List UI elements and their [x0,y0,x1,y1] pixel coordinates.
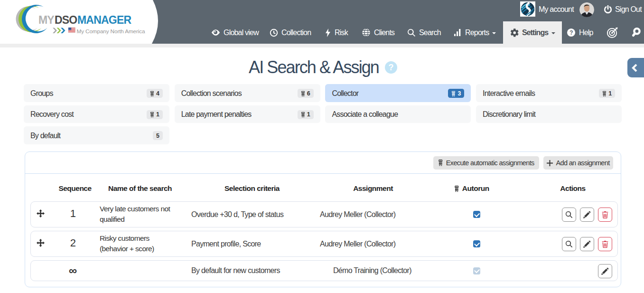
svg-text:MANAGER: MANAGER [77,14,131,26]
svg-text:?: ? [569,29,573,36]
svg-text:MY: MY [38,14,54,26]
svg-text:DSO: DSO [55,14,77,26]
svg-text:My Company North America: My Company North America [77,28,145,35]
